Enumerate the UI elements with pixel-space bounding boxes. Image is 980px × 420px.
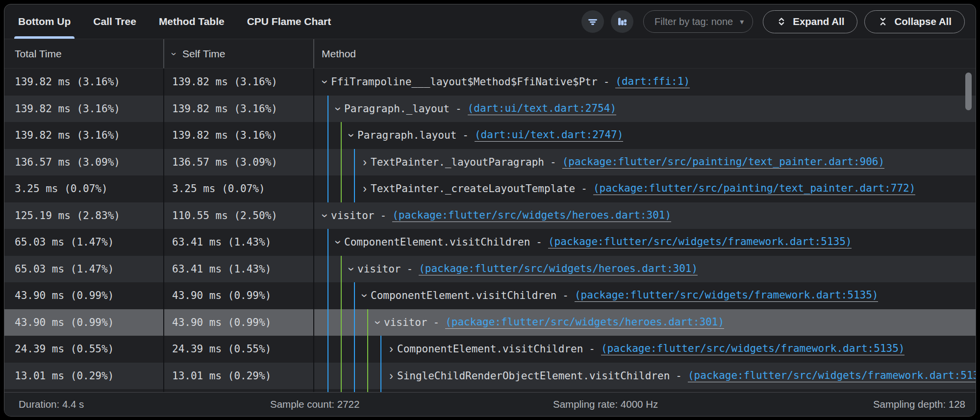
column-header-total-time[interactable]: Total Time xyxy=(4,39,164,68)
total-time-cell: 65.03 ms (1.47%) xyxy=(4,229,164,256)
self-time-value: 136.57 ms (3.09%) xyxy=(172,156,277,168)
sort-descending-icon: › xyxy=(171,50,178,57)
table-header: Total Time › Self Time Method xyxy=(4,39,976,69)
total-time-cell: 3.25 ms (0.07%) xyxy=(4,175,164,202)
tab-cpu-flame-chart[interactable]: CPU Flame Chart xyxy=(243,4,335,39)
collapse-row-icon[interactable]: › xyxy=(373,317,383,328)
method-cell: ›FfiTrampoline___layout$Method$FfiNative… xyxy=(314,69,976,96)
table-row[interactable]: 125.19 ms (2.83%)110.55 ms (2.50%)›visit… xyxy=(4,202,976,229)
table-row[interactable]: 65.03 ms (1.47%)63.41 ms (1.43%)›visitor… xyxy=(4,256,976,283)
expand-row-icon[interactable]: › xyxy=(359,157,371,167)
self-time-cell: 24.39 ms (0.55%) xyxy=(164,336,314,363)
source-link[interactable]: (dart:ui/text.dart:2754) xyxy=(468,102,616,115)
expand-row-icon[interactable]: › xyxy=(385,371,397,381)
table-row[interactable]: 43.90 ms (0.99%)43.90 ms (0.99%)›Compone… xyxy=(4,282,976,309)
method-name: Paragraph._layout xyxy=(344,103,450,115)
filter-by-tag-dropdown[interactable]: Filter by tag: none ▾ xyxy=(643,10,753,33)
total-time-cell: 13.01 ms (0.29%) xyxy=(4,363,164,390)
collapse-row-icon[interactable]: › xyxy=(320,76,330,88)
table-row[interactable]: 139.82 ms (3.16%)139.82 ms (3.16%)›FfiTr… xyxy=(4,69,976,96)
indent-guide xyxy=(332,363,346,390)
indent-guide xyxy=(319,309,332,336)
table-row[interactable]: 139.82 ms (3.16%)139.82 ms (3.16%)›Parag… xyxy=(4,122,976,149)
source-link[interactable]: (package:flutter/src/widgets/heroes.dart… xyxy=(419,263,698,275)
total-time-value: 136.57 ms (3.09%) xyxy=(15,156,120,168)
method-cell: ›ComponentElement.visitChildren-(package… xyxy=(314,282,976,309)
indent-guide xyxy=(319,149,332,176)
filter-button[interactable] xyxy=(581,10,604,33)
method-cell: ›Paragraph._layout-(dart:ui/text.dart:27… xyxy=(314,96,976,123)
expand-row-icon[interactable]: › xyxy=(385,344,397,354)
total-time-value: 139.82 ms (3.16%) xyxy=(15,103,120,115)
tab-method-table[interactable]: Method Table xyxy=(155,4,228,39)
source-link[interactable]: (package:flutter/src/widgets/heroes.dart… xyxy=(445,316,724,329)
total-time-cell: 43.90 ms (0.99%) xyxy=(4,282,164,309)
source-link[interactable]: (package:flutter/src/widgets/heroes.dart… xyxy=(392,209,671,222)
indent-guide xyxy=(319,256,332,283)
method-name: visitor xyxy=(384,317,427,328)
indent-guide xyxy=(319,363,332,390)
expand-all-button[interactable]: Expand All xyxy=(763,10,857,33)
status-bar: Duration: 4.4 s Sample count: 2722 Sampl… xyxy=(4,392,976,416)
collapse-row-icon[interactable]: › xyxy=(347,129,356,141)
collapse-all-button[interactable]: Collapse All xyxy=(864,10,965,33)
vertical-scrollbar-thumb[interactable] xyxy=(965,73,972,110)
unfold-less-icon xyxy=(878,16,888,27)
table-row[interactable]: 65.03 ms (1.47%)63.41 ms (1.43%)›Compone… xyxy=(4,229,976,256)
column-label: Method xyxy=(322,48,356,60)
source-link[interactable]: (package:flutter/src/widgets/framework.d… xyxy=(575,289,879,302)
source-link[interactable]: (package:flutter/src/widgets/framework.d… xyxy=(688,370,976,382)
duration-status: Duration: 4.4 s xyxy=(19,398,84,410)
filter-list-icon xyxy=(587,16,599,27)
tab-call-tree[interactable]: Call Tree xyxy=(89,4,140,39)
indent-guide xyxy=(319,282,332,309)
method-name: TextPainter._createLayoutTemplate xyxy=(371,183,575,195)
self-time-value: 110.55 ms (2.50%) xyxy=(172,210,277,222)
total-time-cell: 43.90 ms (0.99%) xyxy=(4,309,164,336)
method-name: ComponentElement.visitChildren xyxy=(344,236,530,248)
view-tabs: Bottom UpCall TreeMethod TableCPU Flame … xyxy=(14,4,350,39)
collapse-row-icon[interactable]: › xyxy=(360,290,370,301)
table-row[interactable]: 3.25 ms (0.07%)3.25 ms (0.07%)›TextPaint… xyxy=(4,175,976,202)
total-time-value: 125.19 ms (2.83%) xyxy=(15,210,120,222)
collapse-row-icon[interactable]: › xyxy=(347,263,356,275)
self-time-value: 43.90 ms (0.99%) xyxy=(172,317,271,328)
total-time-value: 43.90 ms (0.99%) xyxy=(15,290,114,301)
table-row[interactable]: 136.57 ms (3.09%)136.57 ms (3.09%)›TextP… xyxy=(4,149,976,176)
column-header-self-time[interactable]: › Self Time xyxy=(164,39,314,68)
self-time-value: 139.82 ms (3.16%) xyxy=(172,76,277,88)
source-link[interactable]: (package:flutter/src/widgets/framework.d… xyxy=(548,236,852,248)
source-link[interactable]: (package:flutter/src/painting/text_paint… xyxy=(562,156,884,169)
indent-guide xyxy=(359,363,372,390)
cpu-samples-button[interactable] xyxy=(611,10,633,33)
tab-bottom-up[interactable]: Bottom Up xyxy=(14,4,75,39)
self-time-cell: 139.82 ms (3.16%) xyxy=(164,69,314,96)
indent-guide xyxy=(372,336,385,363)
method-name: SingleChildRenderObjectElement.visitChil… xyxy=(397,370,670,382)
source-link[interactable]: (dart:ffi:1) xyxy=(615,75,690,88)
collapse-row-icon[interactable]: › xyxy=(333,103,343,115)
indent-guide xyxy=(319,96,332,123)
table-row[interactable]: 43.90 ms (0.99%)43.90 ms (0.99%)›visitor… xyxy=(4,309,976,336)
source-link[interactable]: (package:flutter/src/widgets/framework.d… xyxy=(601,343,905,355)
method-cell: ›Paragraph.layout-(dart:ui/text.dart:274… xyxy=(314,122,976,149)
collapse-row-icon[interactable]: › xyxy=(333,236,343,248)
indent-guide xyxy=(332,122,346,149)
total-time-value: 139.82 ms (3.16%) xyxy=(15,76,120,88)
method-cell: ›TextPainter._createLayoutTemplate-(pack… xyxy=(314,175,976,202)
indent-guide xyxy=(346,363,359,390)
method-name: TextPainter._layoutParagraph xyxy=(371,156,544,168)
expand-row-icon[interactable]: › xyxy=(359,184,371,194)
column-header-method[interactable]: Method xyxy=(314,39,976,68)
indent-guide xyxy=(332,149,346,176)
total-time-value: 43.90 ms (0.99%) xyxy=(15,317,114,328)
source-link[interactable]: (dart:ui/text.dart:2747) xyxy=(475,129,623,142)
collapse-row-icon[interactable]: › xyxy=(320,210,330,222)
table-row[interactable]: 139.82 ms (3.16%)139.82 ms (3.16%)›Parag… xyxy=(4,96,976,123)
unfold-more-icon xyxy=(776,16,787,27)
table-row[interactable]: 13.01 ms (0.29%)13.01 ms (0.29%)›SingleC… xyxy=(4,363,976,390)
method-cell: ›TextPainter._layoutParagraph-(package:f… xyxy=(314,149,976,176)
table-row[interactable]: 24.39 ms (0.55%)24.39 ms (0.55%)›Compone… xyxy=(4,336,976,363)
source-link[interactable]: (package:flutter/src/painting/text_paint… xyxy=(593,182,915,195)
profiler-top-bar: Bottom UpCall TreeMethod TableCPU Flame … xyxy=(4,4,976,39)
